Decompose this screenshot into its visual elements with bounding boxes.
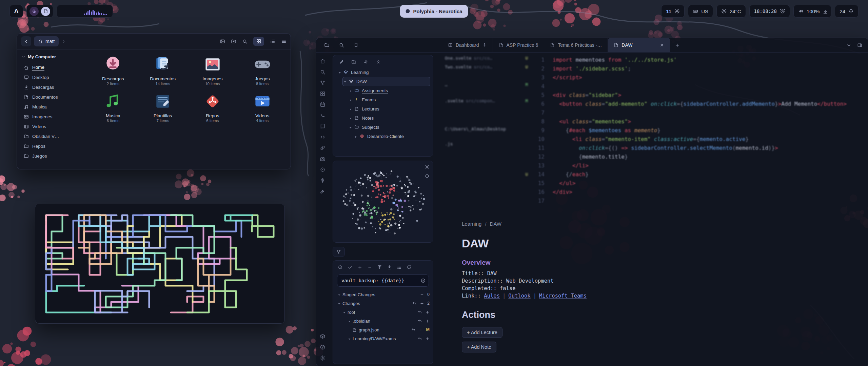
git-action-plus-icon[interactable] <box>419 328 423 332</box>
git-action-undo-icon[interactable] <box>418 319 422 323</box>
git-action-plus-icon[interactable] <box>425 310 430 314</box>
tab-tema-6-pr-cticas[interactable]: Tema 6 Prácticas -… <box>544 38 608 52</box>
explorer-sort-icon[interactable] <box>363 59 369 64</box>
explorer-collapse-icon[interactable] <box>376 59 381 64</box>
breadcrumb-part[interactable]: DAW <box>490 221 501 227</box>
tab-list-dropdown-icon[interactable] <box>846 43 851 48</box>
sidebar-section-header[interactable]: My Computer <box>22 54 81 59</box>
new-tab-button[interactable] <box>670 38 685 52</box>
tree-item-desarrollo-cliente[interactable]: Desarrollo-Cliente <box>353 132 430 141</box>
git-row-staged-changes[interactable]: Staged Changes0 <box>336 290 430 299</box>
git-action-plus-icon[interactable] <box>420 301 424 306</box>
git-action-undo-icon[interactable] <box>412 301 417 306</box>
tree-item-notes[interactable]: Notes <box>348 114 430 123</box>
git-circle-dot-icon[interactable] <box>338 265 343 270</box>
ribbon-search-icon[interactable] <box>320 69 326 75</box>
explorer-folder-plus-icon[interactable] <box>351 59 356 64</box>
git-refresh-icon[interactable] <box>407 265 412 270</box>
clock-module[interactable]: 18:08:28 <box>749 5 790 18</box>
sidebar-item-descargas[interactable]: Descargas <box>21 82 81 92</box>
launcher-button[interactable]: Λ <box>9 5 23 18</box>
sidebar-item-musica[interactable]: Musica <box>21 102 81 112</box>
ribbon-terminal-icon[interactable] <box>320 113 326 118</box>
graph-view-panel[interactable] <box>333 161 433 243</box>
git-plus-icon[interactable] <box>357 265 362 270</box>
folder-documentos[interactable]: Documentos14 items <box>138 54 188 86</box>
caret-down-icon[interactable] <box>347 319 351 323</box>
app-notes-button[interactable] <box>41 7 50 16</box>
caret-down-icon[interactable] <box>337 70 341 74</box>
breadcrumb[interactable]: matt <box>34 36 59 46</box>
tree-item-learning[interactable]: Learning <box>337 68 430 77</box>
ribbon-camera-icon[interactable] <box>320 156 326 162</box>
ribbon-link-icon[interactable] <box>320 145 326 151</box>
toggle-right-sidebar-icon[interactable] <box>857 43 862 48</box>
git-action-minus-icon[interactable] <box>420 292 424 297</box>
git-action-plus-icon[interactable] <box>425 319 430 323</box>
git-row-obsidian[interactable]: .obsidian <box>336 317 430 325</box>
git-download-icon[interactable] <box>387 265 392 270</box>
sidebar-item-obsidian-v[interactable]: Obsidian V… <box>21 131 81 141</box>
git-row-learning-daw-exams[interactable]: Learning/DAW/Exams <box>336 334 430 343</box>
git-check-icon[interactable] <box>348 265 353 270</box>
caret-down-icon[interactable] <box>348 125 352 129</box>
ribbon-help-icon[interactable] <box>320 344 326 350</box>
breadcrumb-part[interactable]: Learning <box>462 221 481 227</box>
ribbon-gear-icon[interactable] <box>320 355 326 361</box>
tree-item-lectures[interactable]: Lectures <box>348 104 430 114</box>
note-breadcrumb[interactable]: Learning/DAW <box>462 221 740 227</box>
tab-daw[interactable]: DAW <box>608 38 670 52</box>
git-minus-icon[interactable] <box>367 265 372 270</box>
tree-item-daw[interactable]: DAW <box>342 77 430 86</box>
clear-commit-icon[interactable] <box>420 278 426 283</box>
git-action-undo-icon[interactable] <box>418 310 422 314</box>
ribbon-box-icon[interactable] <box>320 333 326 339</box>
weather-module[interactable]: 24°C <box>716 5 746 18</box>
action-button-add-lecture[interactable]: + Add Lecture <box>462 327 502 338</box>
back-button[interactable] <box>21 36 31 46</box>
music-module[interactable]: Polyphia - Neurotica <box>400 5 468 18</box>
git-list-icon[interactable] <box>397 265 402 270</box>
graph-focus-icon[interactable] <box>425 174 430 179</box>
ribbon-dollar-icon[interactable] <box>320 178 326 183</box>
screenshot-icon[interactable] <box>220 39 225 44</box>
caret-right-icon[interactable] <box>354 135 357 138</box>
ribbon-grid-icon[interactable] <box>320 91 326 97</box>
caret-right-icon[interactable] <box>348 116 352 120</box>
git-row-root[interactable]: root <box>336 308 430 317</box>
sidebar-item-videos[interactable]: Videos <box>21 122 81 131</box>
action-button-add-note[interactable]: + Add Note <box>462 342 496 352</box>
git-upload-icon[interactable] <box>377 265 382 270</box>
caret-right-icon[interactable] <box>348 98 352 102</box>
folder-juegos[interactable]: Juegos8 items <box>237 54 287 86</box>
note-link-microsoft-teams[interactable]: Microsoft Teams <box>539 293 587 299</box>
close-tab-icon[interactable] <box>659 43 664 47</box>
folder-descargas[interactable]: Descargas2 items <box>88 54 138 86</box>
search-icon[interactable] <box>242 39 248 44</box>
tab-dashboard[interactable]: Dashboard <box>442 38 493 52</box>
ribbon-book-icon[interactable] <box>320 123 326 129</box>
sidebar-item-desktop[interactable]: Desktop <box>21 73 81 82</box>
tree-item-exams[interactable]: Exams <box>348 95 430 104</box>
sidebar-item-imagenes[interactable]: Imagenes <box>21 112 81 122</box>
folder-imagenes[interactable]: Imagenes10 items <box>188 54 238 86</box>
note-link-outlook[interactable]: Outlook <box>508 293 530 299</box>
caret-right-icon[interactable] <box>348 89 352 93</box>
updates-module[interactable]: 11 <box>661 5 685 18</box>
ribbon-code-icon[interactable] <box>320 134 326 140</box>
ribbon-wrench-icon[interactable] <box>320 188 326 194</box>
git-action-plus-icon[interactable] <box>425 337 430 341</box>
new-folder-icon[interactable] <box>231 39 236 44</box>
volume-module[interactable]: 100% <box>793 5 831 18</box>
folder-videos[interactable]: Videos4 items <box>237 91 287 123</box>
bookmark-tab-icon[interactable] <box>353 42 359 48</box>
menu-icon[interactable] <box>281 39 287 44</box>
ribbon-circle-dot-icon[interactable] <box>320 167 326 172</box>
notifications-module[interactable]: 24 <box>835 5 859 18</box>
note-link-aules[interactable]: Aules <box>484 293 500 299</box>
tab-asp-practice-6[interactable]: ASP Practice 6 <box>493 38 545 52</box>
caret-down-icon[interactable] <box>337 302 340 305</box>
ribbon-home-icon[interactable] <box>320 58 326 64</box>
app-obsidian-button[interactable] <box>29 7 39 16</box>
folder-plantillas[interactable]: Plantillas7 items <box>138 91 188 123</box>
